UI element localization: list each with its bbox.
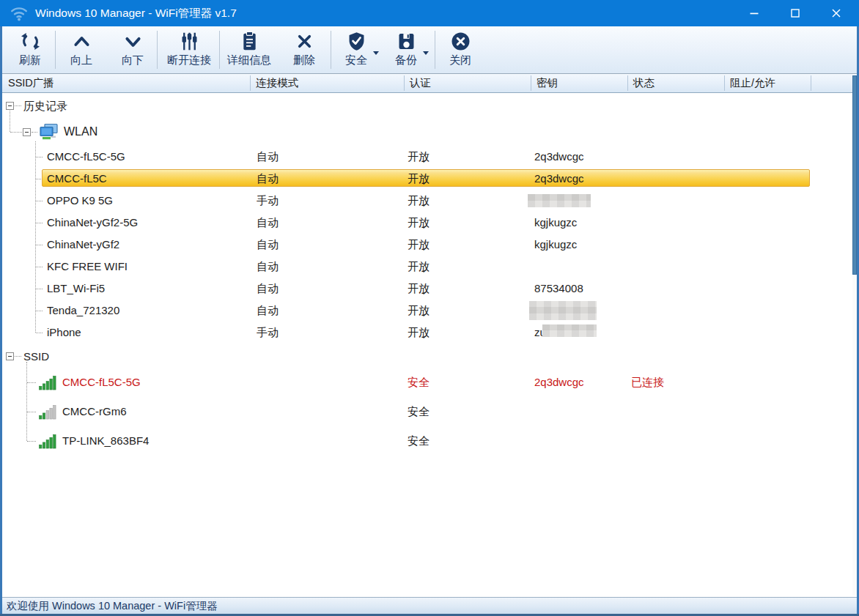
- chevron-down-icon: [122, 29, 144, 53]
- table-row[interactable]: CMCC-fL5C-5G 自动 开放 2q3dwcgc: [0, 146, 850, 168]
- close-icon: [832, 9, 841, 18]
- table-row[interactable]: TP-LINK_863BF4 安全: [0, 426, 850, 456]
- column-header-block[interactable]: 阻止/允许: [730, 74, 775, 92]
- tree-line: [36, 267, 43, 267]
- window-title: Windows 10 Manager - WiFi管理器 v1.7: [35, 6, 237, 21]
- table-row-selected[interactable]: CMCC-fL5C 自动 开放 2q3dwcgc: [0, 168, 850, 190]
- column-header-key[interactable]: 密钥: [537, 74, 558, 92]
- column-divider[interactable]: [531, 75, 531, 91]
- signal-strength-icon: [38, 434, 57, 452]
- maximize-button[interactable]: [775, 0, 816, 26]
- tree-line: [36, 157, 43, 157]
- expand-box-wlan[interactable]: [23, 128, 31, 136]
- security-button[interactable]: 安全: [333, 29, 379, 70]
- toolbar-label: 删除: [293, 53, 315, 67]
- table-row-connected[interactable]: CMCC-fL5C-5G 安全 2q3dwcgc 已连接: [0, 368, 850, 397]
- redacted-key: [529, 301, 597, 320]
- auth-cell: 安全: [408, 426, 430, 456]
- column-divider[interactable]: [724, 75, 725, 91]
- refresh-button[interactable]: 刷新: [7, 29, 53, 70]
- column-header-row: SSID广播 连接模式 认证 密钥 状态 阻止/允许: [2, 74, 857, 93]
- window-border: [0, 26, 2, 616]
- table-row[interactable]: LBT_Wi-Fi5 自动 开放 87534008: [0, 278, 850, 300]
- minimize-button[interactable]: [734, 0, 775, 26]
- chevron-up-icon: [71, 29, 92, 53]
- backup-button[interactable]: 备份: [383, 29, 429, 70]
- toolbar-label: 向下: [122, 53, 144, 67]
- toolbar-label: 向上: [70, 53, 92, 67]
- ssid-cell: ChinaNet-yGf2: [47, 234, 119, 256]
- move-up-button[interactable]: 向上: [59, 29, 103, 70]
- sliders-icon: [179, 29, 200, 53]
- close-circle-icon: [450, 29, 471, 53]
- toolbar-label: 刷新: [19, 53, 41, 67]
- tree-line: [36, 201, 43, 201]
- table-row[interactable]: ChinaNet-yGf2-5G 自动 开放 kgjkugzc: [0, 212, 850, 234]
- status-bar: 欢迎使用 Windows 10 Manager - WiFi管理器: [2, 597, 857, 615]
- tree-node-wlan[interactable]: WLAN: [64, 125, 97, 138]
- table-row[interactable]: OPPO K9 5G 手动 开放: [0, 190, 850, 212]
- tree-line: [36, 311, 43, 311]
- toolbar-label: 关闭: [449, 53, 471, 67]
- table-row[interactable]: KFC FREE WIFI 自动 开放: [0, 256, 850, 278]
- column-divider[interactable]: [627, 75, 628, 91]
- auth-cell: 开放: [408, 190, 430, 212]
- tree-line: [36, 245, 43, 245]
- table-row[interactable]: CMCC-rGm6 安全: [0, 397, 850, 426]
- auth-cell: 开放: [408, 278, 430, 300]
- column-header-auth[interactable]: 认证: [410, 74, 431, 92]
- minimize-icon: [750, 9, 759, 18]
- ssid-cell: Tenda_721320: [47, 300, 119, 322]
- dropdown-arrow-icon[interactable]: [423, 51, 429, 55]
- toolbar-separator: [219, 31, 220, 69]
- table-row[interactable]: Tenda_721320 自动 开放: [0, 300, 850, 322]
- disconnect-button[interactable]: 断开连接: [160, 29, 218, 70]
- tree-node-history[interactable]: 历史记录: [23, 100, 67, 114]
- auth-cell: 开放: [408, 234, 430, 256]
- mode-cell: 手动: [257, 190, 279, 212]
- toolbar-separator: [157, 31, 158, 69]
- signal-strength-icon: [38, 404, 57, 423]
- toolbar-separator: [55, 31, 56, 69]
- tree-line: [15, 356, 21, 357]
- maximize-icon: [791, 9, 800, 18]
- details-button[interactable]: 详细信息: [221, 29, 277, 70]
- column-header-mode[interactable]: 连接模式: [256, 74, 298, 92]
- ssid-cell: ChinaNet-yGf2-5G: [47, 212, 138, 234]
- column-header-status[interactable]: 状态: [633, 74, 655, 92]
- tree-line: [36, 223, 43, 223]
- expand-box-ssid[interactable]: [6, 352, 14, 360]
- ssid-cell: CMCC-fL5C-5G: [47, 146, 125, 168]
- ssid-cell: OPPO K9 5G: [47, 190, 113, 212]
- close-button[interactable]: [816, 0, 857, 26]
- tree-node-ssid[interactable]: SSID: [23, 350, 49, 363]
- auth-cell: 开放: [408, 256, 430, 278]
- column-divider[interactable]: [404, 75, 405, 91]
- column-divider[interactable]: [250, 75, 251, 91]
- dropdown-arrow-icon[interactable]: [373, 51, 379, 55]
- move-down-button[interactable]: 向下: [111, 29, 155, 70]
- delete-button[interactable]: 删除: [281, 29, 327, 70]
- table-row[interactable]: iPhone 手动 开放 zu: [0, 322, 850, 344]
- ssid-cell: CMCC-fL5C: [47, 168, 107, 190]
- column-header-ssid[interactable]: SSID广播: [8, 74, 54, 92]
- auth-cell: 开放: [408, 212, 430, 234]
- table-row[interactable]: ChinaNet-yGf2 自动 开放 kgjkugzc: [0, 234, 850, 256]
- ssid-cell: TP-LINK_863BF4: [62, 426, 149, 456]
- floppy-icon: [396, 29, 417, 53]
- tree-line: [27, 441, 36, 442]
- toolbar-label: 详细信息: [227, 53, 271, 67]
- column-divider[interactable]: [811, 75, 811, 91]
- key-cell: kgjkugzc: [534, 234, 577, 256]
- mode-cell: 自动: [257, 234, 279, 256]
- ssid-cell: KFC FREE WIFI: [47, 256, 128, 278]
- auth-cell: 开放: [408, 300, 430, 322]
- tree-line: [36, 333, 43, 333]
- network-adapter-icon: [38, 122, 59, 144]
- auth-cell: 开放: [408, 322, 430, 344]
- shield-check-icon: [346, 29, 367, 53]
- status-text: 欢迎使用 Windows 10 Manager - WiFi管理器: [7, 599, 218, 613]
- expand-box-history[interactable]: [6, 102, 14, 110]
- toolbar-label: 备份: [395, 53, 417, 67]
- close-app-button[interactable]: 关闭: [438, 29, 483, 70]
